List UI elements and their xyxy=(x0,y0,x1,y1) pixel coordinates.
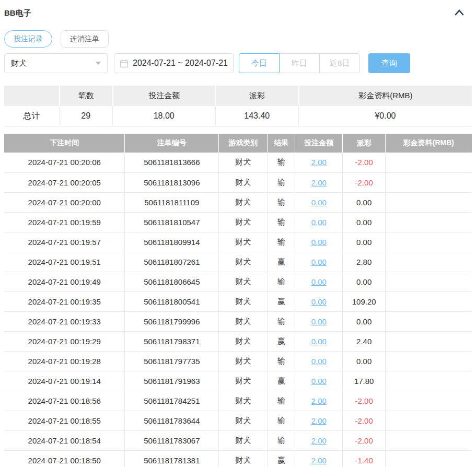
order-id-cell: 5061181807261 xyxy=(125,252,219,272)
betting-records-panel: BB电子 投注记录 连消注单 财犬 xyxy=(0,0,476,467)
bet-amount-link[interactable]: 0.00 xyxy=(311,258,327,266)
game-type-cell: 财犬 xyxy=(219,371,268,391)
bet-amount-link[interactable]: 2.00 xyxy=(311,436,327,445)
result-cell: 输 xyxy=(268,411,295,430)
bet-amount-link[interactable]: 0.00 xyxy=(311,377,327,386)
bet-time-cell: 2024-07-21 00:19:49 xyxy=(4,272,125,291)
bet-amount-link[interactable]: 0.00 xyxy=(311,218,327,227)
bet-amount-cell: 0.00 xyxy=(295,371,343,391)
bet-time-cell: 2024-07-21 00:19:57 xyxy=(4,232,125,252)
tab-betting-records[interactable]: 投注记录 xyxy=(4,30,52,48)
summary-header-empty xyxy=(4,86,59,106)
payout-cell: 109.20 xyxy=(343,291,385,311)
game-type-cell: 财犬 xyxy=(219,172,268,192)
bonus-cell xyxy=(385,172,472,192)
game-type-cell: 财犬 xyxy=(219,430,268,450)
bonus-cell xyxy=(385,391,472,411)
bet-amount-link[interactable]: 0.00 xyxy=(311,277,327,286)
bet-amount-link[interactable]: 0.00 xyxy=(311,297,327,306)
bet-amount-link[interactable]: 0.00 xyxy=(311,337,327,346)
bet-amount-link[interactable]: 2.00 xyxy=(311,178,327,187)
bet-amount-link[interactable]: 0.00 xyxy=(311,317,327,326)
summary-header-bonus: 彩金资料(RMB) xyxy=(298,86,472,106)
bet-amount-cell: 0.00 xyxy=(295,192,343,212)
bet-time-cell: 2024-07-21 00:19:28 xyxy=(4,351,125,371)
table-row: 2024-07-21 00:18:50 5061181781381 财犬 赢 2… xyxy=(4,450,472,467)
bet-amount-cell: 2.00 xyxy=(295,411,343,430)
table-row: 2024-07-21 00:18:54 5061181783067 财犬 输 2… xyxy=(4,430,472,450)
order-id-cell: 5061181813666 xyxy=(125,153,219,172)
summary-total-label: 总计 xyxy=(4,106,59,126)
bet-amount-cell: 2.00 xyxy=(295,391,343,411)
result-cell: 输 xyxy=(268,272,295,291)
table-row: 2024-07-21 00:20:00 5061181811109 财犬 输 0… xyxy=(4,192,472,212)
bet-amount-cell: 0.00 xyxy=(295,212,343,232)
yesterday-button[interactable]: 昨日 xyxy=(279,53,320,73)
game-type-cell: 财犬 xyxy=(219,331,268,351)
payout-cell: -2.00 xyxy=(343,430,385,450)
order-id-cell: 5061181809914 xyxy=(125,232,219,252)
records-header-bet-amount: 投注金额 xyxy=(295,134,343,153)
bet-amount-cell: 0.00 xyxy=(295,272,343,291)
summary-total-bet-amount: 18.00 xyxy=(112,106,215,126)
bet-time-cell: 2024-07-21 00:19:35 xyxy=(4,291,125,311)
bet-amount-link[interactable]: 0.00 xyxy=(311,198,327,207)
game-type-cell: 财犬 xyxy=(219,212,268,232)
game-type-cell: 财犬 xyxy=(219,272,268,291)
payout-cell: -2.00 xyxy=(343,391,385,411)
result-cell: 输 xyxy=(268,311,295,331)
bet-time-cell: 2024-07-21 00:18:56 xyxy=(4,391,125,411)
order-id-cell: 5061181783067 xyxy=(125,430,219,450)
bet-amount-link[interactable]: 0.00 xyxy=(311,357,327,366)
calendar-icon xyxy=(120,59,129,68)
order-id-cell: 5061181810547 xyxy=(125,212,219,232)
bet-amount-cell: 0.00 xyxy=(295,311,343,331)
bet-amount-cell: 0.00 xyxy=(295,291,343,311)
bet-time-cell: 2024-07-21 00:18:50 xyxy=(4,450,125,467)
result-cell: 赢 xyxy=(268,450,295,467)
bet-time-cell: 2024-07-21 00:19:59 xyxy=(4,212,125,232)
result-cell: 输 xyxy=(268,153,295,172)
payout-cell: -2.00 xyxy=(343,172,385,192)
bet-amount-cell: 2.00 xyxy=(295,153,343,172)
bet-amount-cell: 0.00 xyxy=(295,252,343,272)
collapse-button[interactable] xyxy=(453,8,466,19)
payout-cell: 0.00 xyxy=(343,351,385,371)
bonus-cell xyxy=(385,351,472,371)
game-select[interactable]: 财犬 xyxy=(4,53,108,73)
bet-amount-link[interactable]: 2.00 xyxy=(311,416,327,425)
order-id-cell: 5061181781381 xyxy=(125,450,219,467)
order-id-cell: 5061181799996 xyxy=(125,311,219,331)
result-cell: 赢 xyxy=(268,291,295,311)
table-row: 2024-07-21 00:19:14 5061181791963 财犬 赢 0… xyxy=(4,371,472,391)
page-title: BB电子 xyxy=(4,8,31,18)
tab-cancelled-bets[interactable]: 连消注单 xyxy=(61,30,109,48)
filter-bar: 财犬 2024-07-21 ~ 2024-07-21 今日 昨日 近8日 查询 xyxy=(4,53,472,73)
search-button[interactable]: 查询 xyxy=(368,53,410,73)
game-type-cell: 财犬 xyxy=(219,232,268,252)
table-row: 2024-07-21 00:19:28 5061181797735 财犬 输 0… xyxy=(4,351,472,371)
bet-time-cell: 2024-07-21 00:19:29 xyxy=(4,331,125,351)
bet-time-cell: 2024-07-21 00:18:54 xyxy=(4,430,125,450)
date-range-input[interactable]: 2024-07-21 ~ 2024-07-21 xyxy=(114,53,234,73)
game-type-cell: 财犬 xyxy=(219,411,268,430)
result-cell: 输 xyxy=(268,391,295,411)
table-row: 2024-07-21 00:20:06 5061181813666 财犬 输 2… xyxy=(4,153,472,172)
bonus-cell xyxy=(385,272,472,291)
bet-amount-link[interactable]: 2.00 xyxy=(311,456,327,465)
quick-date-button-group: 今日 昨日 近8日 xyxy=(239,53,360,73)
last-8-days-button[interactable]: 近8日 xyxy=(319,53,360,73)
table-row: 2024-07-21 00:19:57 5061181809914 财犬 输 0… xyxy=(4,232,472,252)
game-type-cell: 财犬 xyxy=(219,192,268,212)
payout-cell: 0.00 xyxy=(343,212,385,232)
game-type-cell: 财犬 xyxy=(219,291,268,311)
summary-total-payout: 143.40 xyxy=(215,106,298,126)
bet-amount-link[interactable]: 0.00 xyxy=(311,238,327,247)
summary-total-count: 29 xyxy=(59,106,112,126)
bet-amount-cell: 0.00 xyxy=(295,351,343,371)
bet-time-cell: 2024-07-21 00:20:00 xyxy=(4,192,125,212)
bonus-cell xyxy=(385,232,472,252)
today-button[interactable]: 今日 xyxy=(239,53,280,73)
bet-amount-link[interactable]: 2.00 xyxy=(311,396,327,405)
bet-amount-link[interactable]: 2.00 xyxy=(311,158,327,167)
